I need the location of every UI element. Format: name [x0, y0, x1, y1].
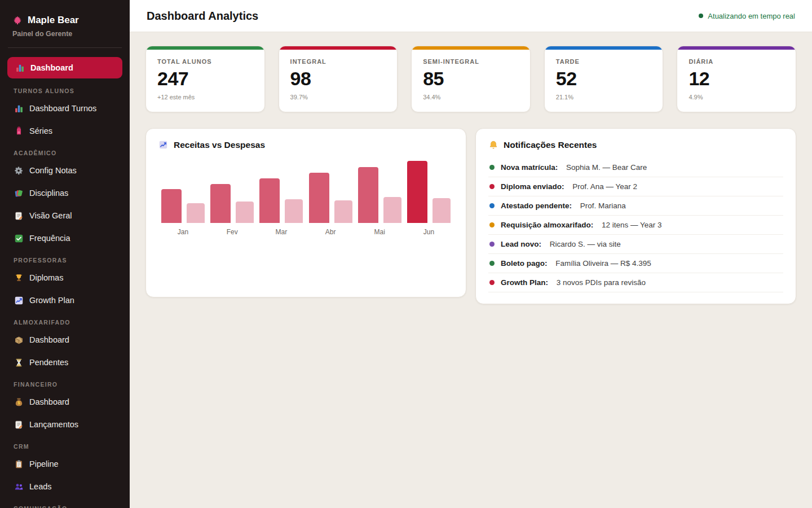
x-axis-label: Jun — [423, 228, 434, 236]
despesas-bar — [236, 202, 254, 223]
money-bag-icon: $ — [14, 397, 24, 407]
despesas-bar — [383, 197, 401, 223]
notification-label: Nova matrícula: — [501, 163, 558, 172]
sidebar-item-label: Dashboard — [29, 397, 69, 406]
notification-item[interactable]: Lead novo: Ricardo S. — via site — [488, 235, 783, 254]
notification-item[interactable]: Diploma enviado: Prof. Ana — Year 2 — [488, 177, 783, 196]
sidebar-item-label: Frequência — [29, 234, 70, 243]
sidebar-item-lancamentos[interactable]: Lançamentos — [7, 415, 122, 434]
sidebar-item-label: Dashboard — [29, 335, 69, 344]
sidebar-item-dashboard[interactable]: Dashboard — [7, 330, 122, 349]
receitas-bar — [259, 178, 280, 223]
sidebar-divider — [8, 47, 122, 48]
x-axis-label: Jan — [178, 228, 188, 236]
notification-text: Prof. Ana — Year 2 — [571, 182, 638, 191]
sidebar-item-leads[interactable]: Leads — [7, 477, 122, 496]
bar-chart-icon — [14, 103, 24, 113]
notification-text: 3 novos PDIs para revisão — [554, 278, 646, 287]
stat-card-integral: INTEGRAL9839.7% — [279, 46, 398, 112]
notification-item[interactable]: Nova matrícula: Sophia M. — Bear Care — [488, 158, 783, 177]
bar-pair — [210, 184, 254, 223]
stat-value: 12 — [689, 69, 784, 89]
panel-row: Receitas vs Despesas JanFevMarAbrMaiJun … — [145, 128, 796, 304]
notifications-card: Notificações Recentes Nova matrícula: So… — [475, 128, 796, 304]
sidebar-item-dashboard[interactable]: Dashboard — [7, 57, 122, 78]
bar-chart-icon — [15, 63, 25, 73]
live-dot-icon — [699, 14, 703, 18]
line-chart-icon — [158, 140, 169, 150]
sidebar-item-label: Dashboard Turnos — [29, 104, 96, 113]
stat-value: 52 — [556, 69, 652, 89]
sidebar-section-title: FINANCEIRO — [14, 381, 116, 388]
sidebar-item-label: Lançamentos — [29, 420, 78, 429]
sidebar-section-title: COMUNICAÇÃO — [14, 505, 116, 508]
memo-icon — [14, 211, 24, 221]
sidebar-section-title: PROFESSORAS — [14, 257, 116, 264]
sidebar-item-pendentes[interactable]: Pendentes — [7, 353, 122, 372]
revenue-chart-card: Receitas vs Despesas JanFevMarAbrMaiJun — [145, 128, 466, 297]
sidebar-item-growth-plan[interactable]: Growth Plan — [7, 291, 122, 310]
stat-card-body: INTEGRAL9839.7% — [279, 50, 398, 100]
stat-label: INTEGRAL — [290, 58, 386, 65]
app-window: Maple Bear Painel do Gerente Dashboard T… — [0, 0, 812, 508]
backpack-icon — [14, 126, 24, 136]
chart-title-row: Receitas vs Despesas — [158, 140, 453, 150]
notification-item[interactable]: Boleto pago: Família Oliveira — R$ 4.395 — [488, 254, 783, 273]
sidebar-item-dashboard-turnos[interactable]: Dashboard Turnos — [7, 99, 122, 118]
notification-item[interactable]: Requisição almoxarifado: 12 itens — Year… — [488, 216, 783, 235]
notification-dot-icon — [489, 165, 495, 170]
bar-group-fev: Fev — [210, 184, 254, 236]
people-icon — [14, 481, 24, 492]
stat-label: SEMI-INTEGRAL — [423, 58, 519, 65]
stat-value: 85 — [423, 69, 519, 89]
sidebar: Maple Bear Painel do Gerente Dashboard T… — [0, 0, 130, 508]
notification-item[interactable]: Growth Plan: 3 novos PDIs para revisão — [488, 273, 783, 292]
stat-label: TARDE — [556, 58, 652, 65]
sidebar-item-config-notas[interactable]: Config Notas — [7, 161, 122, 180]
receitas-bar — [210, 184, 231, 223]
stat-label: TOTAL ALUNOS — [157, 58, 253, 65]
x-axis-label: Mai — [374, 228, 385, 236]
brand-title: Maple Bear — [28, 15, 79, 26]
sidebar-item-dashboard[interactable]: $Dashboard — [7, 392, 122, 411]
main-column: Dashboard Analytics Atualizando em tempo… — [130, 0, 812, 508]
check-icon — [14, 233, 24, 243]
notification-text: Ricardo S. — via site — [548, 240, 621, 248]
notification-dot-icon — [489, 280, 495, 285]
brand-subtitle: Painel do Gerente — [12, 30, 117, 38]
bar-pair — [309, 173, 352, 223]
receitas-bar — [161, 189, 182, 223]
brand: Maple Bear Painel do Gerente — [0, 15, 130, 38]
sidebar-item-disciplinas[interactable]: Disciplinas — [7, 183, 122, 203]
sidebar-item-label: Pendentes — [29, 358, 68, 367]
sidebar-item-visao-geral[interactable]: Visão Geral — [7, 206, 122, 225]
sidebar-item-label: Pipeline — [29, 459, 59, 468]
sidebar-item-frequencia[interactable]: Frequência — [7, 229, 122, 248]
despesas-bar — [285, 199, 303, 223]
sidebar-item-series[interactable]: Séries — [7, 121, 122, 141]
sidebar-item-diplomas[interactable]: Diplomas — [7, 268, 122, 287]
sidebar-item-label: Config Notas — [29, 166, 77, 175]
x-axis-label: Mar — [276, 228, 288, 236]
stat-value: 247 — [157, 69, 253, 89]
stat-sub: +12 este mês — [157, 94, 253, 100]
notification-item[interactable]: Atestado pendente: Prof. Mariana — [488, 196, 783, 216]
sidebar-section-title: ACADÊMICO — [14, 150, 116, 156]
page-title: Dashboard Analytics — [147, 10, 258, 23]
bar-pair — [358, 167, 401, 223]
stat-card-total-alunos: TOTAL ALUNOS247+12 este mês — [145, 46, 265, 112]
memo-icon — [14, 419, 24, 430]
notification-label: Diploma enviado: — [501, 182, 564, 191]
stat-card-body: DIÁRIA124.9% — [677, 50, 796, 100]
maple-leaf-icon — [12, 15, 23, 25]
bar-group-jun: Jun — [407, 161, 451, 236]
top-bar: Dashboard Analytics Atualizando em tempo… — [130, 0, 812, 32]
stat-label: DIÁRIA — [689, 58, 784, 65]
bar-group-abr: Abr — [309, 173, 352, 236]
stat-sub: 39.7% — [290, 94, 386, 100]
sidebar-item-pipeline[interactable]: Pipeline — [7, 454, 122, 474]
receitas-bar — [309, 173, 329, 223]
stat-sub: 4.9% — [689, 94, 784, 100]
gear-icon — [14, 165, 24, 176]
live-status-badge: Atualizando em tempo real — [699, 12, 795, 20]
